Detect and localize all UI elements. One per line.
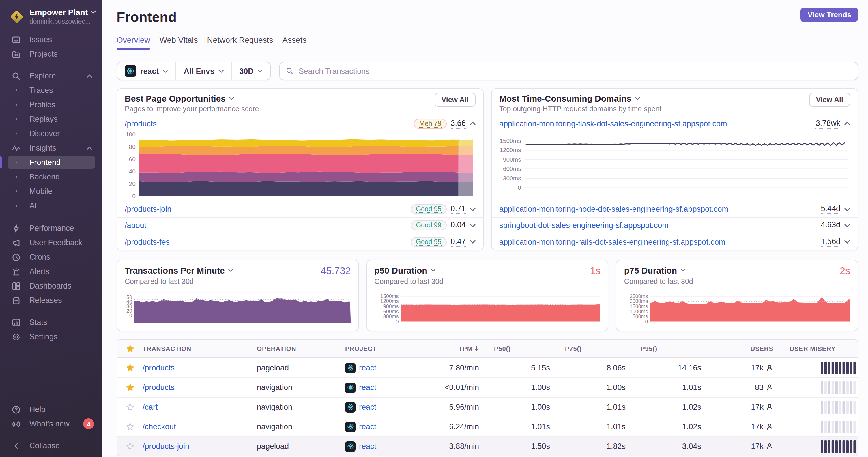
- col-operation[interactable]: OPERATION: [257, 345, 345, 352]
- sidebar-item-help[interactable]: Help: [0, 402, 101, 417]
- environment-filter[interactable]: All Envs: [176, 62, 231, 79]
- row-link[interactable]: /products: [125, 119, 157, 128]
- chevron-down-icon[interactable]: [844, 207, 850, 211]
- search-input[interactable]: [299, 67, 852, 75]
- sidebar-item-whats-new[interactable]: What's new4: [0, 417, 101, 431]
- score-badge[interactable]: Good 95: [411, 237, 446, 247]
- sidebar-item-releases[interactable]: Releases: [0, 293, 101, 307]
- sidebar-item-frontend[interactable]: Frontend: [0, 155, 101, 170]
- sidebar-item-insights[interactable]: Insights: [0, 141, 101, 155]
- sidebar-item-backend[interactable]: Backend: [0, 170, 101, 184]
- row-value[interactable]: 0.71: [451, 204, 466, 214]
- project-filter[interactable]: react: [117, 62, 176, 79]
- sidebar-item-label: Collapse: [29, 442, 60, 450]
- tab-network-requests[interactable]: Network Requests: [207, 35, 273, 50]
- table-row: /productsnavigationreact<0.01/min1.00s1.…: [117, 378, 858, 397]
- view-all-button[interactable]: View All: [809, 93, 850, 107]
- project-link[interactable]: react: [359, 442, 376, 451]
- sidebar-item-collapse[interactable]: Collapse: [0, 438, 101, 453]
- view-trends-button[interactable]: View Trends: [801, 7, 858, 22]
- col-user-misery[interactable]: USER MISERY: [773, 345, 858, 352]
- score-badge[interactable]: Good 95: [411, 204, 446, 214]
- project-cell: react: [345, 363, 432, 373]
- project-link[interactable]: react: [359, 422, 376, 431]
- col-p50[interactable]: P50(): [479, 345, 550, 352]
- transaction-link[interactable]: /products: [143, 363, 175, 372]
- row-link[interactable]: springboot-dot-sales-engineering-sf.apps…: [499, 221, 669, 230]
- chevron-down-icon[interactable]: [470, 224, 475, 227]
- col-project[interactable]: PROJECT: [345, 345, 432, 352]
- row-link[interactable]: /products-fes: [125, 238, 170, 247]
- star-filled-icon[interactable]: [117, 363, 143, 372]
- row-value[interactable]: 4.63d: [821, 221, 840, 230]
- metric-cards: Transactions Per Minute45.732Compared to…: [117, 260, 858, 331]
- row-link[interactable]: /products-join: [125, 205, 172, 214]
- sidebar-item-crons[interactable]: Crons: [0, 250, 101, 264]
- transaction-link[interactable]: /products-join: [143, 442, 189, 451]
- star-column-header[interactable]: [117, 344, 143, 353]
- row-link[interactable]: application-monitoring-flask-dot-sales-e…: [499, 119, 727, 128]
- col-tpm[interactable]: TPM: [432, 345, 479, 352]
- star-outline-icon[interactable]: [117, 422, 143, 431]
- org-switcher[interactable]: Empower Plant dominik.buszowiec...: [9, 7, 97, 32]
- star-outline-icon[interactable]: [117, 442, 143, 451]
- sidebar-item-mobile[interactable]: Mobile: [0, 184, 101, 198]
- sidebar-item-projects[interactable]: Projects: [0, 47, 101, 61]
- sidebar-item-profiles[interactable]: Profiles: [0, 98, 101, 112]
- transaction-link[interactable]: /checkout: [143, 422, 176, 431]
- project-link[interactable]: react: [359, 363, 376, 372]
- row-value[interactable]: 3.66: [451, 119, 466, 128]
- sidebar-item-stats[interactable]: Stats: [0, 315, 101, 329]
- col-transaction[interactable]: TRANSACTION: [143, 345, 257, 352]
- view-all-button[interactable]: View All: [435, 93, 476, 107]
- row-value[interactable]: 0.47: [451, 237, 466, 247]
- sidebar-item-discover[interactable]: Discover: [0, 126, 101, 141]
- user-icon: [766, 423, 773, 430]
- date-range-filter[interactable]: 30D: [232, 62, 270, 79]
- star-outline-icon[interactable]: [117, 403, 143, 412]
- col-users[interactable]: USERS: [701, 345, 773, 352]
- chevron-up-icon[interactable]: [470, 122, 475, 125]
- chevron-down-icon[interactable]: [844, 240, 850, 244]
- chevron-down-icon[interactable]: [844, 224, 850, 227]
- star-filled-icon[interactable]: [117, 383, 143, 392]
- score-badge[interactable]: Good 99: [411, 221, 446, 230]
- col-p95[interactable]: P95(): [626, 345, 701, 352]
- card-title[interactable]: p75 Duration: [624, 265, 677, 275]
- chevron-up-icon[interactable]: [844, 122, 850, 125]
- sidebar-item-explore[interactable]: Explore: [0, 69, 101, 83]
- tab-overview[interactable]: Overview: [117, 35, 150, 50]
- panel-title[interactable]: Most Time-Consuming Domains: [499, 94, 631, 103]
- sidebar-item-settings[interactable]: Settings: [0, 329, 101, 344]
- row-value[interactable]: 5.44d: [821, 204, 840, 214]
- card-title[interactable]: Transactions Per Minute: [125, 265, 225, 275]
- transaction-link[interactable]: /cart: [143, 403, 158, 412]
- sidebar-item-alerts[interactable]: Alerts: [0, 264, 101, 279]
- user-misery-bars: [773, 420, 858, 433]
- project-link[interactable]: react: [359, 403, 376, 412]
- sidebar-item-ai[interactable]: AI: [0, 198, 101, 213]
- sidebar-item-performance[interactable]: Performance: [0, 221, 101, 235]
- row-link[interactable]: application-monitoring-rails-dot-sales-e…: [499, 238, 725, 247]
- score-badge[interactable]: Meh 79: [414, 119, 447, 128]
- chevron-down-icon[interactable]: [470, 207, 475, 211]
- tab-assets[interactable]: Assets: [282, 35, 306, 50]
- project-link[interactable]: react: [359, 383, 376, 392]
- row-value[interactable]: 1.56d: [821, 237, 840, 247]
- row-link[interactable]: /about: [125, 221, 146, 230]
- sidebar-item-user-feedback[interactable]: User Feedback: [0, 235, 101, 250]
- settings-icon: [11, 332, 21, 341]
- row-value[interactable]: 3.78wk: [815, 119, 840, 128]
- sidebar-item-issues[interactable]: Issues: [0, 32, 101, 47]
- row-value[interactable]: 0.04: [451, 221, 466, 230]
- sidebar-item-dashboards[interactable]: Dashboards: [0, 279, 101, 293]
- col-p75[interactable]: P75(): [550, 345, 626, 352]
- panel-title[interactable]: Best Page Opportunities: [125, 94, 226, 103]
- transaction-link[interactable]: /products: [143, 383, 175, 392]
- row-link[interactable]: application-monitoring-node-dot-sales-en…: [499, 205, 728, 214]
- sidebar-item-traces[interactable]: Traces: [0, 83, 101, 98]
- sidebar-item-replays[interactable]: Replays: [0, 112, 101, 126]
- tab-web-vitals[interactable]: Web Vitals: [160, 35, 198, 50]
- chevron-down-icon[interactable]: [470, 240, 475, 244]
- card-title[interactable]: p50 Duration: [374, 265, 427, 275]
